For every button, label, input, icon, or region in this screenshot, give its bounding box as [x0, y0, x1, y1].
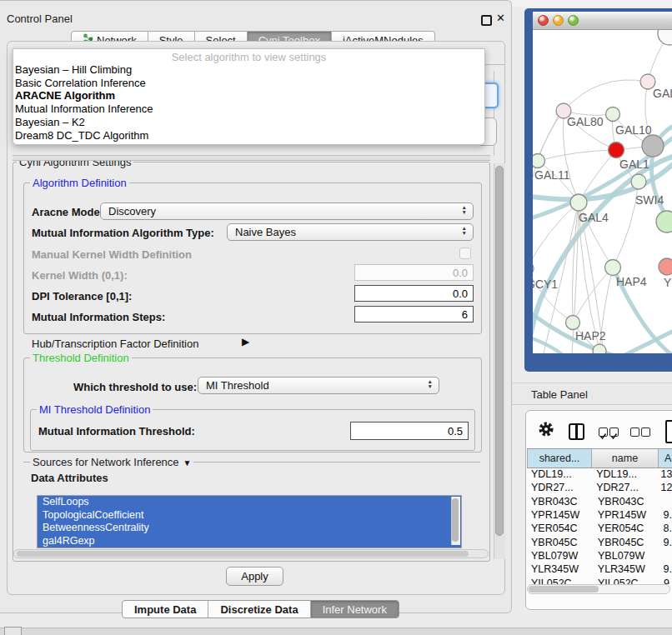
network-node[interactable] [658, 30, 672, 45]
table-row[interactable]: YLR345WYLR345W9. [527, 562, 672, 576]
column-header-shared-name[interactable]: shared... [527, 449, 592, 468]
zoom-traffic-light-icon[interactable] [568, 15, 579, 26]
algorithm-option[interactable]: Mutual Information Inference [13, 102, 484, 116]
data-attribute-item[interactable]: BetweennessCentrality [38, 522, 461, 535]
collapsed-panel-handle[interactable] [4, 627, 22, 635]
hub-definition-disclosure[interactable]: Hub/Transcription Factor Definition [32, 338, 198, 350]
network-node[interactable] [656, 211, 672, 232]
attributes-scrollbar-thumb[interactable] [452, 498, 459, 542]
table-row[interactable]: YER054CYER054C8. [527, 522, 672, 535]
data-attribute-item[interactable]: gal4RGexp [38, 535, 461, 548]
table-horizontal-scrollbar-thumb[interactable] [529, 586, 599, 592]
table-row[interactable]: YBR043CYBR043C [527, 495, 672, 508]
algorithm-option[interactable]: Basic Correlation Inference [13, 77, 484, 90]
algorithm-option[interactable]: Bayesian – K2 [13, 116, 484, 129]
network-node[interactable] [659, 258, 672, 275]
manual-kernel-label: Manual Kernel Width Definition [32, 248, 192, 261]
float-window-icon[interactable] [481, 15, 492, 26]
network-node[interactable] [593, 344, 606, 353]
network-node-label: GAL4 [579, 211, 609, 224]
network-node[interactable] [606, 108, 620, 122]
close-icon[interactable]: ✕ [496, 12, 505, 24]
dpi-tolerance-field[interactable]: 0.0 [354, 285, 474, 302]
algorithm-option[interactable]: ARACNE Algorithm [13, 89, 484, 102]
column-header-partial[interactable]: A [659, 449, 672, 468]
table-row[interactable]: YBL079WYBL079W [527, 549, 672, 562]
disclosure-down-icon[interactable]: ▼ [183, 458, 192, 468]
data-attribute-item[interactable]: SelfLoops [38, 496, 461, 509]
algorithm-dropdown-prompt: Select algorithm to view settings [13, 49, 484, 63]
minimize-traffic-light-icon[interactable] [553, 15, 564, 26]
table-cell: YIL052C [592, 578, 659, 584]
table-cell: YBR043C [527, 496, 592, 508]
network-node-label: GAL1 [619, 158, 649, 171]
tab-discretize-data[interactable]: Discretize Data [208, 601, 310, 618]
mi-type-label: Mutual Information Algorithm Type: [32, 227, 214, 239]
tab-infer-network[interactable]: Infer Network [311, 601, 399, 618]
control-panel-title: Control Panel [7, 12, 73, 25]
deselect-all-check-icon[interactable] [641, 428, 650, 437]
split-columns-icon[interactable] [569, 423, 584, 440]
mi-steps-label: Mutual Information Steps: [32, 311, 165, 323]
network-node[interactable] [631, 174, 646, 189]
network-edge[interactable] [564, 80, 648, 111]
table-cell: YBL079W [592, 550, 659, 562]
mi-threshold-definition-legend: MI Threshold Definition [37, 403, 153, 416]
network-node[interactable] [609, 142, 624, 158]
tab-impute-data[interactable]: Impute Data [123, 601, 208, 618]
network-edge[interactable] [572, 202, 579, 322]
aracne-mode-select[interactable]: Discovery ▲▼ [100, 202, 474, 220]
settings-vertical-scrollbar-thumb[interactable] [495, 166, 504, 536]
aracne-mode-value: Discovery [108, 205, 156, 218]
table-cell: YER054C [527, 522, 592, 534]
table-cell: YPR145W [527, 509, 592, 521]
table-cell: 9 [659, 578, 669, 584]
mi-threshold-field[interactable]: 0.5 [350, 422, 469, 440]
table-cell: YER054C [592, 522, 659, 534]
which-threshold-select[interactable]: MI Threshold ▲▼ [198, 377, 439, 394]
network-node[interactable] [605, 260, 621, 276]
network-node[interactable] [533, 262, 534, 275]
table-cell: 9. [659, 509, 672, 521]
mi-type-select[interactable]: Naive Bayes ▲▼ [227, 223, 474, 241]
table-row[interactable]: YDL19...YDL19...13 [527, 468, 672, 481]
table-row[interactable]: YBR045CYBR045C9. [527, 535, 672, 548]
document-icon[interactable] [665, 420, 672, 443]
column-header-name[interactable]: name [592, 449, 659, 468]
select-all-check-icon[interactable] [609, 428, 619, 437]
deselect-all-check-icon[interactable] [630, 428, 639, 437]
network-edge[interactable] [538, 111, 564, 161]
table-cell: 9. [659, 537, 672, 548]
table-row[interactable]: YDR27...YDR27...12 [527, 481, 672, 494]
network-edge[interactable] [533, 202, 579, 268]
table-row[interactable]: YIL052CYIL052C9 [527, 576, 672, 584]
algorithm-option[interactable]: Bayesian – Hill Climbing [13, 63, 484, 77]
data-attribute-item[interactable]: TopologicalCoefficient [38, 509, 461, 522]
network-node[interactable] [570, 194, 587, 211]
table-panel-title: Table Panel [531, 388, 588, 401]
settings-horizontal-scrollbar-thumb[interactable] [17, 551, 469, 557]
mi-steps-field[interactable]: 6 [354, 306, 474, 322]
sources-legend[interactable]: Sources for Network Inference▼ [30, 456, 193, 468]
close-traffic-light-icon[interactable] [538, 15, 549, 26]
network-canvas[interactable]: GALGAL80GAL10GAL1GAL11SWI4GAL4GCY1HAP4YH… [533, 30, 672, 353]
disclosure-right-icon[interactable]: ▶ [242, 336, 249, 348]
algorithm-option[interactable]: Dream8 DC_TDC Algorithm [13, 129, 484, 142]
table-cell: YBL079W [527, 550, 592, 562]
manual-kernel-checkbox[interactable] [459, 248, 471, 259]
table-row[interactable]: YPR145WYPR145W9. [527, 508, 672, 522]
select-all-check-icon[interactable] [599, 428, 608, 437]
network-node[interactable] [642, 135, 664, 157]
network-node[interactable] [566, 316, 580, 330]
mi-threshold-label: Mutual Information Threshold: [38, 425, 195, 438]
table-settings-gear-icon[interactable] [538, 421, 554, 441]
data-attributes-list[interactable]: SelfLoopsTopologicalCoefficientBetweenne… [37, 495, 462, 548]
kernel-width-field[interactable]: 0.0 [354, 264, 474, 281]
apply-button[interactable]: Apply [226, 567, 283, 586]
aracne-mode-label: Aracne Mode: [32, 206, 103, 218]
network-node[interactable] [533, 154, 545, 168]
algorithm-dropdown[interactable]: Select algorithm to view settings Bayesi… [13, 48, 485, 145]
network-edge[interactable] [538, 150, 616, 161]
network-node-label: Y [664, 276, 672, 289]
table-cell: 13 [655, 468, 672, 480]
